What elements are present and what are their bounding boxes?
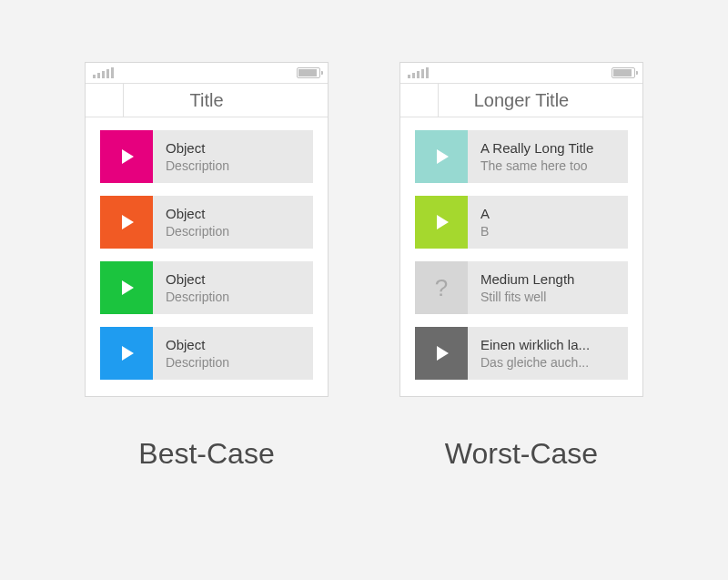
play-icon [415,130,468,183]
signal-icon [93,67,114,78]
play-icon [100,196,153,249]
item-title: A Really Long Title [480,139,615,158]
list-item[interactable]: Einen wirklich la... Das gleiche auch... [415,327,628,380]
item-description: Still fits well [480,289,615,305]
list-item-text: Object Description [153,196,313,249]
item-title: Einen wirklich la... [480,336,615,354]
page-title: Title [124,84,328,117]
phone-mockup-best: Title Object Description Object Descript… [85,62,329,397]
battery-icon [297,67,320,78]
item-description: Das gleiche auch... [480,354,615,371]
item-description: Description [166,289,300,305]
list-item[interactable]: Object Description [100,261,313,314]
item-description: Description [166,158,300,174]
list-item[interactable]: A Really Long Title The same here too [415,130,628,183]
item-title: Object [166,205,300,223]
item-description: The same here too [480,158,615,174]
list-item-text: A B [468,196,628,249]
item-description: B [480,223,615,239]
play-icon [415,196,468,249]
back-button[interactable] [86,84,124,117]
page-title: Longer Title [439,84,642,117]
list-item[interactable]: Object Description [100,327,313,380]
list-item[interactable]: A B [415,196,628,249]
list-item-text: Object Description [153,261,313,314]
caption-best: Best-Case [85,437,329,471]
play-icon [100,327,153,380]
item-title: Object [166,139,300,158]
play-icon [415,327,468,380]
item-title: Object [166,336,300,354]
list: Object Description Object Description Ob… [86,117,328,396]
question-icon: ? [415,261,468,314]
status-bar [400,63,642,83]
list-item-text: Object Description [153,327,313,380]
item-title: A [480,205,615,223]
list-item[interactable]: ? Medium Length Still fits well [415,261,628,314]
signal-icon [408,67,429,78]
list-item-text: A Really Long Title The same here too [468,130,628,183]
item-title: Medium Length [480,270,615,289]
nav-bar: Title [86,83,328,117]
list: A Really Long Title The same here too A … [400,117,642,396]
phone-mockup-worst: Longer Title A Really Long Title The sam… [399,62,643,397]
item-description: Description [166,354,300,371]
caption-worst: Worst-Case [399,437,643,471]
play-icon [100,261,153,314]
play-icon [100,130,153,183]
item-title: Object [166,270,300,289]
status-bar [86,63,328,83]
nav-bar: Longer Title [400,83,642,117]
list-item-text: Object Description [153,130,313,183]
battery-icon [612,67,635,78]
list-item[interactable]: Object Description [100,130,313,183]
list-item[interactable]: Object Description [100,196,313,249]
item-description: Description [166,223,300,239]
list-item-text: Einen wirklich la... Das gleiche auch... [468,327,628,380]
list-item-text: Medium Length Still fits well [468,261,628,314]
back-button[interactable] [400,84,439,117]
